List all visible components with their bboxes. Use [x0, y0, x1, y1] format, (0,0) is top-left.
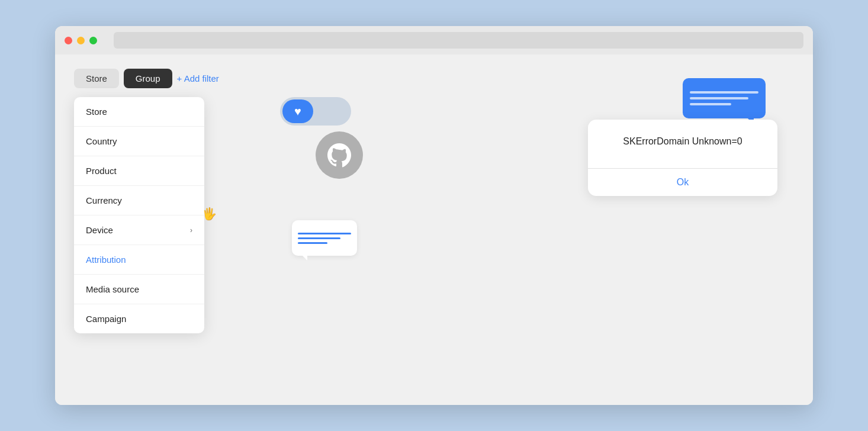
traffic-light-green[interactable] — [89, 37, 97, 44]
chat-line-2 — [690, 97, 748, 99]
dropdown-menu: Store Country Product Currency Device › … — [74, 97, 204, 333]
browser-window: Store Group + Add filter Store Country P… — [55, 26, 813, 405]
dialog-title: SKErrorDomain Unknown=0 — [600, 136, 766, 147]
dropdown-item-media-source[interactable]: Media source — [74, 275, 204, 304]
dropdown-item-currency[interactable]: Currency — [74, 186, 204, 216]
heart-icon: ♥ — [294, 105, 301, 118]
dropdown-item-product[interactable]: Product — [74, 156, 204, 186]
traffic-light-yellow[interactable] — [77, 37, 85, 44]
add-filter-button[interactable]: + Add filter — [177, 73, 219, 83]
github-icon — [325, 141, 353, 169]
chat-line-blue-3 — [298, 242, 327, 244]
chat-line-blue-2 — [298, 237, 340, 239]
dropdown-item-store[interactable]: Store — [74, 97, 204, 127]
dialog-ok-button[interactable]: Ok — [588, 169, 777, 196]
dropdown-item-currency-label: Currency — [86, 195, 122, 205]
chat-line-blue-1 — [298, 233, 351, 234]
chat-bubble-right — [683, 78, 766, 118]
chat-line-3 — [690, 103, 731, 105]
dropdown-item-device-label: Device — [86, 225, 113, 235]
traffic-light-red[interactable] — [65, 37, 72, 44]
dropdown-item-media-source-label: Media source — [86, 284, 139, 294]
dropdown-item-country[interactable]: Country — [74, 127, 204, 156]
dropdown-item-product-label: Product — [86, 166, 117, 176]
toggle-pill[interactable]: ♥ — [280, 97, 351, 126]
toggle-thumb: ♥ — [282, 99, 313, 123]
chat-bubble-small — [292, 220, 357, 256]
chat-line-1 — [690, 91, 758, 94]
store-button[interactable]: Store — [74, 69, 119, 88]
github-avatar — [316, 131, 363, 179]
group-button[interactable]: Group — [124, 69, 172, 88]
dropdown-item-device[interactable]: Device › — [74, 216, 204, 245]
chevron-down-icon: › — [190, 226, 192, 234]
url-bar — [114, 32, 803, 49]
dropdown-item-attribution-label: Attribution — [86, 255, 126, 265]
dropdown-item-campaign[interactable]: Campaign — [74, 304, 204, 333]
content-area: Store Group + Add filter Store Country P… — [55, 54, 813, 405]
dropdown-item-store-label: Store — [86, 107, 107, 117]
dialog-content: SKErrorDomain Unknown=0 — [588, 120, 777, 168]
dropdown-item-campaign-label: Campaign — [86, 314, 126, 324]
dialog-box: SKErrorDomain Unknown=0 Ok — [588, 120, 777, 196]
titlebar — [55, 26, 813, 54]
dropdown-item-attribution[interactable]: Attribution — [74, 245, 204, 275]
dropdown-item-country-label: Country — [86, 136, 117, 146]
